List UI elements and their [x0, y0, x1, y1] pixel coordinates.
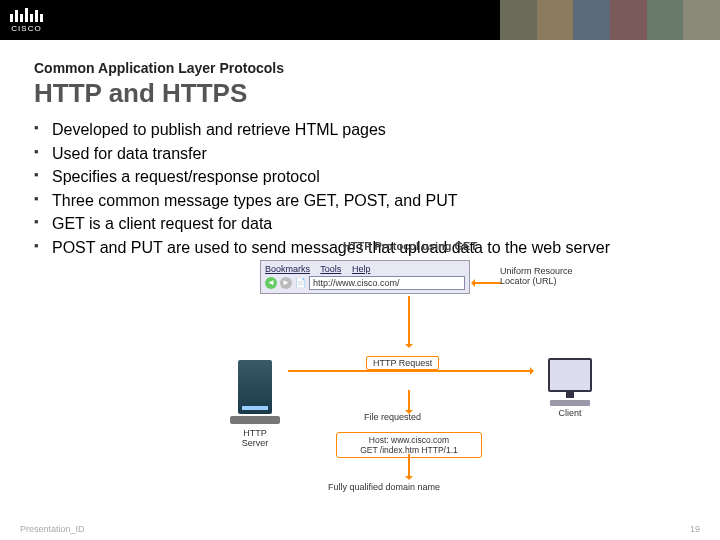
slide-title: HTTP and HTTPS — [34, 78, 686, 109]
browser-bar: Bookmarks Tools Help ◄ ► 📄 http://www.ci… — [260, 260, 470, 294]
page-icon: 📄 — [295, 278, 306, 288]
client-computer-icon: Client — [540, 358, 600, 418]
http-server-icon: HTTP Server — [230, 360, 280, 448]
client-label: Client — [540, 408, 600, 418]
http-diagram: HTTP Protocol using GET Bookmarks Tools … — [200, 240, 620, 520]
logo-bars-icon — [10, 8, 43, 22]
back-icon: ◄ — [265, 277, 277, 289]
bullet-item: Specifies a request/response protocol — [34, 166, 686, 188]
logo-text: CISCO — [11, 24, 41, 33]
diagram-title: HTTP Protocol using GET — [200, 240, 620, 252]
slide-content: Common Application Layer Protocols HTTP … — [0, 40, 720, 259]
bullet-list: Developed to publish and retrieve HTML p… — [34, 119, 686, 259]
browser-menu: Bookmarks Tools Help — [265, 264, 465, 274]
arrow-down-icon — [408, 296, 410, 346]
file-requested-label: File requested — [364, 412, 421, 422]
top-bar: CISCO — [0, 0, 720, 40]
bullet-item: GET is a client request for data — [34, 213, 686, 235]
fqdn-label: Fully qualified domain name — [328, 482, 440, 492]
bullet-item: Used for data transfer — [34, 143, 686, 165]
host-line: Host: www.cisco.com — [341, 435, 477, 445]
url-box: http://www.cisco.com/ — [309, 276, 465, 290]
bullet-item: Three common message types are GET, POST… — [34, 190, 686, 212]
arrow-down-icon — [408, 390, 410, 412]
browser-menu-item: Bookmarks — [265, 264, 310, 274]
arrow-icon — [473, 282, 501, 284]
forward-icon: ► — [280, 277, 292, 289]
page-number: 19 — [690, 524, 700, 534]
cisco-logo: CISCO — [10, 8, 43, 33]
arrow-down-icon — [408, 454, 410, 478]
server-label: HTTP Server — [230, 428, 280, 448]
people-photo-strip — [500, 0, 720, 40]
uri-label: Uniform Resource Locator (URL) — [500, 266, 600, 286]
browser-menu-item: Help — [352, 264, 371, 274]
request-arrow-icon — [288, 370, 532, 372]
browser-menu-item: Tools — [320, 264, 341, 274]
bullet-item: Developed to publish and retrieve HTML p… — [34, 119, 686, 141]
request-label: HTTP Request — [366, 356, 439, 370]
footer-left: Presentation_ID — [20, 524, 85, 534]
slide-footer: Presentation_ID 19 — [0, 524, 720, 534]
slide-pretitle: Common Application Layer Protocols — [34, 60, 686, 76]
